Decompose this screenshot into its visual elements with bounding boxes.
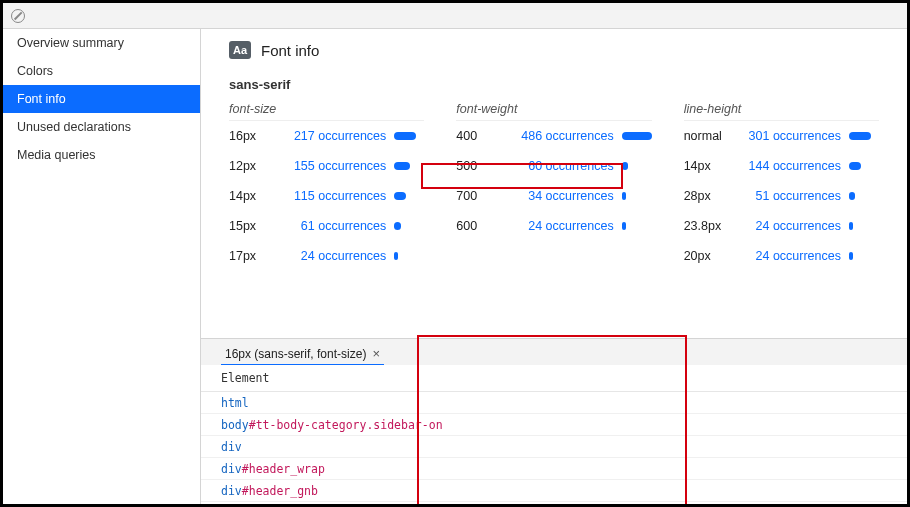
detail-tab-content: Element htmlbody#tt-body-category.sideba… <box>201 365 907 504</box>
value-label: 700 <box>456 189 504 203</box>
sidebar-item-font-info[interactable]: Font info <box>3 85 200 113</box>
occurrences-link[interactable]: 24 occurrences <box>512 219 613 233</box>
page-title: Font info <box>261 42 319 59</box>
element-row[interactable]: div <box>201 436 907 458</box>
detail-tabbar: 16px (sans-serif, font-size) × <box>201 339 907 365</box>
value-row[interactable]: 23.8px24 occurrences <box>684 211 879 241</box>
sidebar-item-media-queries[interactable]: Media queries <box>3 141 200 169</box>
sidebar-item-overview-summary[interactable]: Overview summary <box>3 29 200 57</box>
occurrence-bar <box>622 192 652 200</box>
occurrence-bar <box>622 162 652 170</box>
occurrences-link[interactable]: 60 occurrences <box>512 159 613 173</box>
value-row[interactable]: 70034 occurrences <box>456 181 651 211</box>
occurrence-bar <box>622 132 652 140</box>
clear-icon[interactable] <box>11 9 25 23</box>
value-row[interactable]: 14px144 occurrences <box>684 151 879 181</box>
element-row[interactable]: header <box>201 502 907 504</box>
value-label: 23.8px <box>684 219 732 233</box>
column-font-size: font-size16px217 occurrences12px155 occu… <box>229 102 424 271</box>
value-label: 12px <box>229 159 277 173</box>
occurrence-bar <box>394 132 424 140</box>
occurrences-link[interactable]: 155 occurrences <box>285 159 386 173</box>
occurrence-bar <box>394 162 424 170</box>
detail-tab[interactable]: 16px (sans-serif, font-size) × <box>221 343 384 366</box>
main: Aa Font info sans-serif font-size16px217… <box>201 29 907 504</box>
occurrence-bar <box>849 252 879 260</box>
element-tag: div <box>221 440 242 454</box>
element-selector: #header_wrap <box>242 462 325 476</box>
value-row[interactable]: 16px217 occurrences <box>229 121 424 151</box>
element-row[interactable]: div#header_wrap <box>201 458 907 480</box>
element-row[interactable]: html <box>201 392 907 414</box>
font-columns: font-size16px217 occurrences12px155 occu… <box>229 102 879 271</box>
occurrence-bar <box>849 222 879 230</box>
font-info-icon: Aa <box>229 41 251 59</box>
element-selector: #tt-body-category.sidebar-on <box>249 418 443 432</box>
occurrence-bar <box>622 222 652 230</box>
value-label: 600 <box>456 219 504 233</box>
element-row[interactable]: body#tt-body-category.sidebar-on <box>201 414 907 436</box>
element-tag: div <box>221 484 242 498</box>
value-row[interactable]: 15px61 occurrences <box>229 211 424 241</box>
column-header: font-weight <box>456 102 651 121</box>
value-row[interactable]: 12px155 occurrences <box>229 151 424 181</box>
occurrences-link[interactable]: 24 occurrences <box>740 249 841 263</box>
occurrences-link[interactable]: 24 occurrences <box>740 219 841 233</box>
occurrences-link[interactable]: 51 occurrences <box>740 189 841 203</box>
occurrences-link[interactable]: 217 occurrences <box>285 129 386 143</box>
occurrences-link[interactable]: 144 occurrences <box>740 159 841 173</box>
value-row[interactable]: 60024 occurrences <box>456 211 651 241</box>
value-row[interactable]: 17px24 occurrences <box>229 241 424 271</box>
detail-column-header: Element <box>201 365 907 392</box>
column-line-height: line-heightnormal301 occurrences14px144 … <box>684 102 879 271</box>
sidebar-item-unused-declarations[interactable]: Unused declarations <box>3 113 200 141</box>
value-label: 17px <box>229 249 277 263</box>
value-label: 14px <box>229 189 277 203</box>
element-row[interactable]: div#header_gnb <box>201 480 907 502</box>
panel-frame: Overview summaryColorsFont infoUnused de… <box>0 0 910 507</box>
occurrence-bar <box>849 132 879 140</box>
value-label: 28px <box>684 189 732 203</box>
occurrence-bar <box>394 222 424 230</box>
sidebar-item-colors[interactable]: Colors <box>3 57 200 85</box>
occurrence-bar <box>394 252 424 260</box>
column-header: font-size <box>229 102 424 121</box>
value-row[interactable]: 20px24 occurrences <box>684 241 879 271</box>
font-family-heading: sans-serif <box>229 77 879 92</box>
occurrences-link[interactable]: 61 occurrences <box>285 219 386 233</box>
occurrences-link[interactable]: 24 occurrences <box>285 249 386 263</box>
column-font-weight: font-weight400486 occurrences50060 occur… <box>456 102 651 271</box>
value-row[interactable]: 28px51 occurrences <box>684 181 879 211</box>
value-label: 500 <box>456 159 504 173</box>
toolbar <box>3 3 907 29</box>
value-row[interactable]: 400486 occurrences <box>456 121 651 151</box>
value-row[interactable]: 50060 occurrences <box>456 151 651 181</box>
occurrences-link[interactable]: 115 occurrences <box>285 189 386 203</box>
occurrence-bar <box>394 192 424 200</box>
detail-tabstrip: 16px (sans-serif, font-size) × Element h… <box>201 338 907 504</box>
detail-tab-label: 16px (sans-serif, font-size) <box>225 347 366 361</box>
occurrences-link[interactable]: 34 occurrences <box>512 189 613 203</box>
occurrence-bar <box>849 162 879 170</box>
value-row[interactable]: 14px115 occurrences <box>229 181 424 211</box>
occurrences-link[interactable]: 301 occurrences <box>740 129 841 143</box>
element-tag: div <box>221 462 242 476</box>
column-header: line-height <box>684 102 879 121</box>
value-label: 20px <box>684 249 732 263</box>
close-icon[interactable]: × <box>372 347 380 360</box>
element-selector: #header_gnb <box>242 484 318 498</box>
occurrence-bar <box>849 192 879 200</box>
element-tag: body <box>221 418 249 432</box>
element-tag: html <box>221 396 249 410</box>
value-row[interactable]: normal301 occurrences <box>684 121 879 151</box>
panel-body: Overview summaryColorsFont infoUnused de… <box>3 29 907 504</box>
value-label: 14px <box>684 159 732 173</box>
occurrences-link[interactable]: 486 occurrences <box>512 129 613 143</box>
page-header: Aa Font info <box>229 41 879 59</box>
value-label: 16px <box>229 129 277 143</box>
value-label: normal <box>684 129 732 143</box>
value-label: 400 <box>456 129 504 143</box>
value-label: 15px <box>229 219 277 233</box>
sidebar: Overview summaryColorsFont infoUnused de… <box>3 29 201 504</box>
